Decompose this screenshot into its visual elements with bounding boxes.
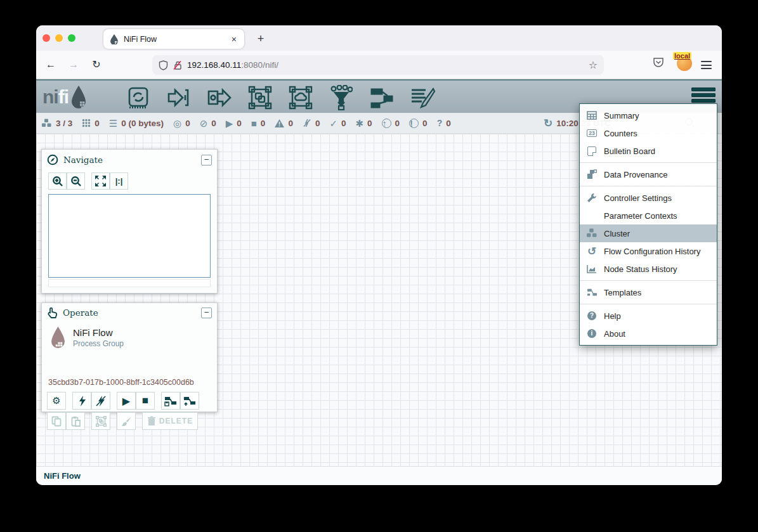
group-button[interactable] <box>91 412 110 430</box>
window-close-button[interactable] <box>42 34 50 42</box>
asterisk-icon: ✱ <box>356 119 364 128</box>
input-port-draggable-icon[interactable] <box>166 85 192 110</box>
global-menu-button[interactable] <box>691 88 716 105</box>
running-play-icon: ▶ <box>226 119 233 128</box>
zoom-actual-size-button[interactable]: |:| <box>110 172 128 190</box>
upload-template-button[interactable] <box>180 392 199 410</box>
logo-text-fi: fi <box>58 86 69 107</box>
start-button[interactable]: ▶ <box>117 392 136 410</box>
birdseye-view[interactable] <box>48 194 211 278</box>
cluster-cubes-icon <box>41 119 52 128</box>
zoom-fit-button[interactable] <box>91 172 110 190</box>
pocket-icon[interactable] <box>653 57 664 68</box>
menu-separator <box>580 162 717 163</box>
insecure-lock-icon[interactable] <box>173 60 182 70</box>
create-template-button[interactable] <box>161 392 180 410</box>
menu-item-cluster[interactable]: Cluster <box>580 224 717 242</box>
tab-close-icon[interactable]: × <box>230 34 238 44</box>
browser-tab[interactable]: NiFi Flow × <box>103 29 244 49</box>
menu-item-controller-settings[interactable]: Controller Settings <box>580 189 717 207</box>
menu-item-summary[interactable]: Summary <box>580 107 717 124</box>
copy-button[interactable] <box>47 412 66 430</box>
hand-pointer-icon <box>47 307 58 318</box>
navigate-buttons: |:| <box>42 170 217 190</box>
firefox-menu-button[interactable] <box>701 61 712 69</box>
selected-component: NiFi Flow Process Group <box>49 326 124 349</box>
birdseye-brush[interactable] <box>48 279 211 287</box>
label-draggable-icon[interactable] <box>409 85 436 110</box>
configure-button[interactable]: ⚙ <box>47 392 66 410</box>
tracking-shield-icon[interactable] <box>159 60 168 70</box>
url-path: :8080/nifi/ <box>241 60 278 70</box>
navigate-panel-title: Navigate <box>63 155 196 165</box>
processor-draggable-icon[interactable] <box>125 85 152 110</box>
menu-item-bulletin-board[interactable]: Bulletin Board <box>580 142 717 160</box>
operate-buttons-row2: DELETE <box>47 412 198 430</box>
menu-item-templates[interactable]: Templates <box>580 283 717 301</box>
refresh-icon[interactable]: ↻ <box>544 117 552 130</box>
menu-item-node-status-history[interactable]: Node Status History <box>580 260 717 278</box>
template-upload-icon <box>183 396 196 406</box>
paste-button[interactable] <box>66 412 85 430</box>
browser-window: NiFi Flow × + ← → ↻ 192.168.40.11:8080/n… <box>36 25 722 485</box>
remote-process-group-draggable-icon[interactable] <box>287 85 314 110</box>
play-icon: ▶ <box>122 395 130 407</box>
global-menu-dropdown: Summary 23 Counters Bulletin Board Data … <box>579 103 717 346</box>
bookmark-star-icon[interactable]: ☆ <box>589 59 598 71</box>
arrow-up-circle-icon: ↑ <box>382 119 391 128</box>
status-sync-failure: ? 0 <box>437 119 451 128</box>
not-transmitting-icon: ⊘ <box>200 119 208 128</box>
status-stopped: ■ 0 <box>251 119 266 128</box>
window-zoom-button[interactable] <box>68 34 75 42</box>
funnel-draggable-icon[interactable] <box>328 85 355 110</box>
template-draggable-icon[interactable] <box>369 85 395 110</box>
zoom-in-button[interactable] <box>48 172 67 190</box>
paste-icon <box>71 416 81 427</box>
disable-button[interactable] <box>91 392 110 410</box>
menu-item-counters[interactable]: 23 Counters <box>580 124 717 142</box>
nifi-logo: nifi <box>42 84 88 110</box>
output-port-draggable-icon[interactable] <box>206 85 233 110</box>
bolt-icon <box>78 396 86 406</box>
new-tab-button[interactable]: + <box>252 30 270 47</box>
status-disabled: 0 <box>303 119 320 128</box>
process-group-drop-icon <box>49 326 67 349</box>
navigate-panel-header: Navigate – <box>42 150 217 170</box>
queue-list-icon: ☰ <box>109 119 117 128</box>
delete-button[interactable]: DELETE <box>142 412 198 430</box>
url-bar[interactable]: 192.168.40.11:8080/nifi/ ☆ <box>152 55 604 75</box>
menu-item-flow-configuration-history[interactable]: ↺ Flow Configuration History <box>580 242 717 260</box>
url-host: 192.168.40.11 <box>187 60 241 70</box>
window-minimize-button[interactable] <box>55 34 63 42</box>
menu-item-help[interactable]: ? Help <box>580 307 717 325</box>
menu-separator <box>580 186 717 186</box>
reload-button[interactable]: ↻ <box>88 56 105 73</box>
back-button[interactable]: ← <box>42 56 59 73</box>
forward-button[interactable]: → <box>65 56 82 73</box>
stop-icon: ■ <box>142 394 148 407</box>
status-queued: ☰ 0 (0 bytes) <box>109 119 164 128</box>
navigate-collapse-button[interactable]: – <box>201 155 212 165</box>
menu-separator <box>580 280 717 281</box>
operate-panel-header: Operate – <box>42 303 217 322</box>
stop-button[interactable]: ■ <box>136 392 155 410</box>
operate-collapse-button[interactable]: – <box>201 308 212 318</box>
gear-icon: ⚙ <box>52 395 60 406</box>
enable-button[interactable] <box>72 392 91 410</box>
zoom-out-button[interactable] <box>67 172 85 190</box>
process-group-draggable-icon[interactable] <box>247 85 273 110</box>
template-save-icon <box>164 396 177 406</box>
invalid-warning-icon <box>275 119 284 127</box>
menu-item-about[interactable]: i About <box>580 325 717 342</box>
status-running: ▶ 0 <box>226 119 242 128</box>
fill-color-button[interactable] <box>117 412 136 430</box>
menu-separator <box>580 304 717 304</box>
status-up-to-date: ✓ 0 <box>329 119 346 128</box>
breadcrumb-root[interactable]: NiFi Flow <box>44 471 81 481</box>
menu-item-parameter-contexts[interactable]: Parameter Contexts <box>580 207 717 224</box>
component-id: 35cbd3b7-017b-1000-8bff-1c3405c00d6b <box>48 378 194 387</box>
menu-item-data-provenance[interactable]: Data Provenance <box>580 165 717 183</box>
component-type: Process Group <box>73 339 124 348</box>
url-text[interactable]: 192.168.40.11:8080/nifi/ <box>187 60 589 70</box>
navigate-panel: Navigate – |:| <box>41 149 218 294</box>
